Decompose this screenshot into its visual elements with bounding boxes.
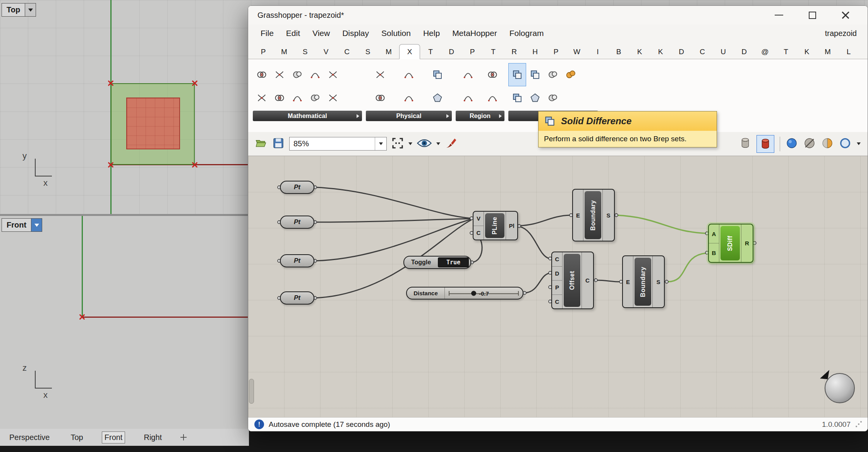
caret-icon[interactable] [857, 142, 861, 145]
titlebar[interactable]: Grasshopper - trapezoid* [248, 6, 868, 24]
expand-arrow-icon[interactable] [446, 114, 449, 118]
component-icon[interactable] [562, 63, 580, 86]
category-tab[interactable]: M [378, 45, 399, 59]
half-shaded-button[interactable] [821, 137, 834, 151]
point-param[interactable]: Pt [280, 291, 314, 305]
category-tab[interactable]: T [483, 45, 504, 59]
wire-display-button[interactable] [839, 137, 851, 151]
category-tab[interactable]: U [713, 45, 734, 59]
category-tab[interactable]: S [295, 45, 316, 59]
component-icon[interactable] [324, 63, 342, 86]
viewport-tab[interactable]: Perspective [7, 432, 52, 443]
category-tab[interactable]: C [692, 45, 713, 59]
category-tab[interactable]: D [671, 45, 692, 59]
category-tab[interactable]: V [316, 45, 336, 59]
slider-knob[interactable] [471, 291, 476, 296]
shaded-cylinder-button[interactable] [739, 137, 751, 151]
menu-item[interactable]: Edit [280, 26, 306, 40]
expand-arrow-icon[interactable] [357, 114, 359, 118]
component-icon[interactable] [253, 86, 271, 110]
component-icon[interactable] [484, 86, 501, 110]
category-tab[interactable]: K [629, 45, 650, 59]
component-icon[interactable] [459, 63, 477, 86]
output-s[interactable]: S [653, 256, 664, 307]
category-tab[interactable]: T [775, 45, 796, 59]
input-cell[interactable]: C [552, 294, 562, 309]
input-a[interactable]: A [709, 224, 719, 243]
solid-difference-component[interactable]: A B SDiff R [708, 224, 753, 263]
slider-track[interactable]: -0.7 [445, 288, 523, 299]
component-icon[interactable] [371, 86, 389, 110]
resize-grip[interactable] [855, 421, 861, 428]
category-tab[interactable]: D [734, 45, 755, 59]
viewport-tab[interactable]: Right [141, 432, 164, 443]
category-tab[interactable]: C [336, 45, 357, 59]
input-c[interactable]: C [473, 226, 484, 240]
caret-icon[interactable] [408, 142, 412, 145]
definition-canvas[interactable]: PtPtPtPt V C PLine Pl E Boundary S Toggl… [248, 156, 868, 417]
category-tab[interactable]: P [253, 45, 274, 59]
point-marker[interactable] [191, 161, 198, 168]
component-icon[interactable] [306, 63, 324, 86]
component-icon[interactable] [526, 63, 544, 86]
category-tab[interactable]: H [525, 45, 546, 59]
point-marker[interactable] [191, 80, 198, 87]
menu-item[interactable]: Fologram [503, 26, 550, 40]
component-icon[interactable] [484, 63, 501, 86]
boundary-surfaces-component-top[interactable]: E Boundary S [572, 189, 615, 241]
component-icon[interactable] [400, 63, 418, 86]
canvas-navigation-sphere[interactable] [825, 373, 855, 403]
palette-group-label[interactable]: Mathematical [253, 111, 362, 121]
palette-group-label[interactable]: Physical [366, 111, 452, 121]
component-icon[interactable] [288, 86, 306, 110]
component-icon[interactable] [459, 86, 477, 110]
open-file-button[interactable] [254, 137, 268, 151]
number-slider[interactable]: Distance -0.7 [406, 287, 523, 300]
input-cell[interactable]: C [552, 252, 562, 266]
component-icon[interactable] [544, 86, 562, 110]
component-icon[interactable] [253, 63, 271, 86]
menu-item[interactable]: Solution [375, 26, 417, 40]
output-s[interactable]: S [603, 190, 614, 241]
category-tab[interactable]: I [587, 45, 608, 59]
input-b[interactable]: B [709, 243, 719, 262]
category-tab[interactable]: @ [755, 45, 775, 59]
point-marker[interactable] [107, 161, 114, 168]
polyline-component[interactable]: V C PLine Pl [473, 211, 518, 240]
input-e[interactable]: E [573, 190, 583, 241]
preview-blue-button[interactable] [786, 137, 798, 151]
canvas-scrollbar[interactable] [249, 379, 254, 404]
palette-group-label[interactable]: Region [456, 111, 504, 121]
component-icon[interactable] [271, 86, 288, 110]
component-icon[interactable] [324, 86, 342, 110]
menu-item[interactable]: View [306, 26, 336, 40]
point-marker[interactable] [79, 313, 86, 320]
viewport-menu-caret-icon[interactable] [25, 3, 36, 16]
component-icon[interactable] [400, 86, 418, 110]
top-viewport-label[interactable]: Top [2, 3, 36, 17]
toggle-value[interactable]: True [438, 257, 469, 267]
menu-item[interactable]: Display [336, 26, 375, 40]
info-icon[interactable]: ! [254, 419, 264, 429]
output-r[interactable]: R [741, 224, 753, 262]
category-tab[interactable]: K [650, 45, 671, 59]
offset-curve-component[interactable]: CDPC Offset C [551, 252, 594, 309]
maximize-button[interactable] [806, 9, 819, 21]
viewport-tab[interactable]: Top [69, 432, 86, 443]
expand-arrow-icon[interactable] [499, 114, 502, 118]
add-viewport-icon[interactable] [180, 434, 187, 440]
sketch-button[interactable] [445, 137, 457, 151]
save-button[interactable] [272, 137, 285, 151]
zoom-extents-button[interactable] [391, 137, 404, 151]
component-icon[interactable] [271, 63, 288, 86]
boolean-toggle[interactable]: Toggle True [403, 256, 471, 269]
menu-item[interactable]: File [254, 26, 280, 40]
menu-item[interactable]: Help [417, 26, 446, 40]
component-icon[interactable] [429, 63, 446, 86]
inner-square-geometry[interactable] [126, 98, 180, 149]
preview-off-button[interactable] [803, 137, 816, 151]
component-icon[interactable] [306, 86, 324, 110]
solid-difference-icon[interactable] [508, 63, 526, 86]
category-tab[interactable]: P [546, 45, 566, 59]
category-tab[interactable]: P [462, 45, 483, 59]
